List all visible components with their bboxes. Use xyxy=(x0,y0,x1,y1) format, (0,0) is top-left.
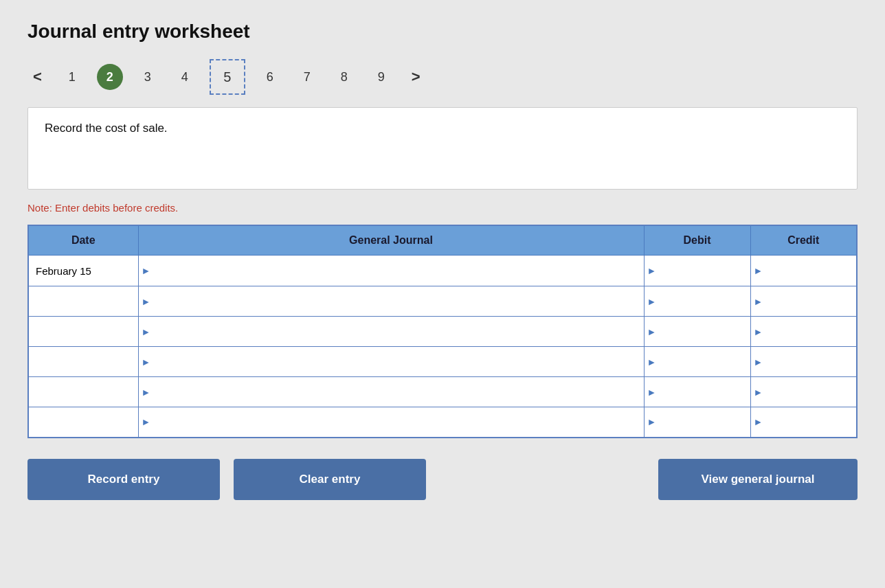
debit-cell-2[interactable]: ► xyxy=(644,317,750,347)
journal-input-3[interactable] xyxy=(153,354,640,369)
debit-cell-5[interactable]: ► xyxy=(644,407,750,438)
credit-cell-4[interactable]: ► xyxy=(750,377,857,407)
debit-arrow-4: ► xyxy=(647,387,657,398)
credit-input-0[interactable] xyxy=(765,264,853,278)
debit-arrow-3: ► xyxy=(647,357,657,368)
date-cell-3[interactable] xyxy=(28,347,138,377)
journal-table: Date General Journal Debit Credit Februa… xyxy=(27,225,858,438)
instruction-box: Record the cost of sale. xyxy=(27,107,858,190)
credit-cell-1[interactable]: ► xyxy=(750,286,857,317)
credit-arrow-5: ► xyxy=(754,416,763,427)
instruction-text: Record the cost of sale. xyxy=(45,122,168,135)
journal-arrow-5: ► xyxy=(142,416,151,427)
debit-arrow-2: ► xyxy=(647,326,657,337)
prev-arrow[interactable]: < xyxy=(27,65,47,89)
page-5-selected[interactable]: 5 xyxy=(210,59,245,95)
pagination: < 1 2 3 4 5 6 7 8 9 > xyxy=(27,59,858,95)
page-8[interactable]: 8 xyxy=(332,67,357,87)
debit-cell-3[interactable]: ► xyxy=(644,347,750,377)
credit-input-1[interactable] xyxy=(765,294,853,308)
journal-cell-4[interactable]: ► xyxy=(138,377,644,407)
journal-cell-3[interactable]: ► xyxy=(138,347,644,377)
date-input-2[interactable] xyxy=(32,324,135,339)
date-cell-4[interactable] xyxy=(28,377,138,407)
credit-input-3[interactable] xyxy=(765,354,853,369)
view-general-journal-button[interactable]: View general journal xyxy=(658,459,858,500)
date-input-4[interactable] xyxy=(32,385,135,399)
table-row: ►►► xyxy=(28,317,857,347)
credit-cell-2[interactable]: ► xyxy=(750,317,857,347)
date-cell-2[interactable] xyxy=(28,317,138,347)
journal-arrow-3: ► xyxy=(142,357,151,368)
journal-input-5[interactable] xyxy=(153,415,640,429)
credit-input-5[interactable] xyxy=(765,415,853,429)
credit-input-2[interactable] xyxy=(765,324,853,339)
journal-input-1[interactable] xyxy=(153,294,640,308)
credit-arrow-1: ► xyxy=(754,296,763,307)
debit-cell-1[interactable]: ► xyxy=(644,286,750,317)
page-1[interactable]: 1 xyxy=(60,67,85,87)
credit-arrow-3: ► xyxy=(754,357,763,368)
header-credit: Credit xyxy=(750,225,857,256)
journal-input-0[interactable] xyxy=(153,264,640,278)
credit-cell-0[interactable]: ► xyxy=(750,256,857,286)
credit-arrow-2: ► xyxy=(754,326,763,337)
debit-input-5[interactable] xyxy=(659,415,747,429)
debit-cell-4[interactable]: ► xyxy=(644,377,750,407)
page-9[interactable]: 9 xyxy=(369,67,394,87)
header-journal: General Journal xyxy=(138,225,644,256)
table-row: February 15►►► xyxy=(28,256,857,286)
table-row: ►►► xyxy=(28,407,857,438)
table-row: ►►► xyxy=(28,286,857,317)
journal-cell-2[interactable]: ► xyxy=(138,317,644,347)
journal-cell-5[interactable]: ► xyxy=(138,407,644,438)
debit-arrow-1: ► xyxy=(647,296,657,307)
debit-input-2[interactable] xyxy=(659,324,747,339)
date-input-5[interactable] xyxy=(32,415,135,429)
clear-entry-button[interactable]: Clear entry xyxy=(234,459,426,500)
journal-cell-0[interactable]: ► xyxy=(138,256,644,286)
date-input-1[interactable] xyxy=(32,294,135,308)
date-cell-0[interactable]: February 15 xyxy=(28,256,138,286)
next-arrow[interactable]: > xyxy=(406,65,426,89)
debit-arrow-0: ► xyxy=(647,265,657,276)
buttons-row: Record entry Clear entry View general jo… xyxy=(27,459,858,500)
debit-input-4[interactable] xyxy=(659,385,747,399)
header-debit: Debit xyxy=(644,225,750,256)
date-input-3[interactable] xyxy=(32,354,135,369)
page-7[interactable]: 7 xyxy=(295,67,320,87)
journal-arrow-1: ► xyxy=(142,296,151,307)
page-title: Journal entry worksheet xyxy=(27,21,858,43)
journal-arrow-4: ► xyxy=(142,387,151,398)
debit-arrow-5: ► xyxy=(647,416,657,427)
debit-input-1[interactable] xyxy=(659,294,747,308)
page-4[interactable]: 4 xyxy=(172,67,197,87)
debit-cell-0[interactable]: ► xyxy=(644,256,750,286)
date-cell-1[interactable] xyxy=(28,286,138,317)
credit-arrow-4: ► xyxy=(754,387,763,398)
record-entry-button[interactable]: Record entry xyxy=(27,459,220,500)
journal-arrow-0: ► xyxy=(142,265,151,276)
credit-cell-3[interactable]: ► xyxy=(750,347,857,377)
header-date: Date xyxy=(28,225,138,256)
debit-input-0[interactable] xyxy=(659,264,747,278)
credit-input-4[interactable] xyxy=(765,385,853,399)
journal-input-2[interactable] xyxy=(153,324,640,339)
journal-arrow-2: ► xyxy=(142,326,151,337)
date-cell-5[interactable] xyxy=(28,407,138,438)
debit-input-3[interactable] xyxy=(659,354,747,369)
journal-input-4[interactable] xyxy=(153,385,640,399)
table-row: ►►► xyxy=(28,377,857,407)
credit-arrow-0: ► xyxy=(754,265,763,276)
page-6[interactable]: 6 xyxy=(258,67,282,87)
page-3[interactable]: 3 xyxy=(135,67,160,87)
page-2-active[interactable]: 2 xyxy=(97,64,123,90)
credit-cell-5[interactable]: ► xyxy=(750,407,857,438)
journal-cell-1[interactable]: ► xyxy=(138,286,644,317)
table-row: ►►► xyxy=(28,347,857,377)
date-value: February 15 xyxy=(29,256,138,286)
note-text: Note: Enter debits before credits. xyxy=(27,202,858,214)
